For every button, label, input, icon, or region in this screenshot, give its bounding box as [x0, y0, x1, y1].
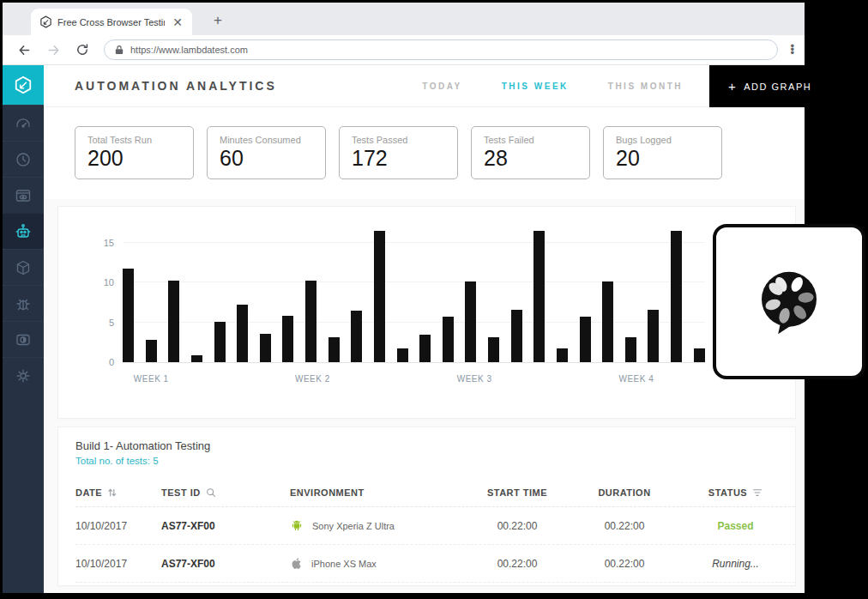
stat-label: Tests Failed	[484, 135, 577, 145]
forward-icon[interactable]	[44, 40, 63, 59]
sidebar-item-issues[interactable]	[3, 285, 44, 321]
tab-close-icon[interactable]: ✕	[170, 15, 185, 29]
bar[interactable]	[123, 269, 134, 362]
cucumber-framework-card	[713, 224, 865, 379]
bar[interactable]	[511, 310, 522, 362]
browser-tab[interactable]: Free Cross Browser Testing Clou ✕	[31, 9, 192, 35]
build-total-tests[interactable]: Total no. of tests: 5	[75, 456, 795, 466]
page-header: AUTOMATION ANALYTICS TODAYTHIS WEEKTHIS …	[44, 65, 805, 107]
lt-browser-icon	[15, 331, 32, 348]
add-graph-label: ADD GRAPH	[744, 82, 811, 92]
bar[interactable]	[488, 337, 499, 362]
col-date[interactable]: DATE	[75, 487, 102, 498]
device-name: iPhone XS Max	[311, 559, 377, 569]
table-row[interactable]: 10/10/2017AS77-XF00iPhone XS Max00.22:00…	[75, 545, 795, 583]
bar[interactable]	[602, 281, 613, 362]
sort-icon[interactable]	[107, 487, 117, 498]
bar[interactable]	[329, 337, 340, 362]
bar[interactable]	[580, 317, 591, 362]
page-body: 051015WEEK 1WEEK 2WEEK 3WEEK 4 Build 1- …	[44, 199, 805, 593]
sidebar-item-screenshot[interactable]	[3, 177, 44, 213]
bar[interactable]	[168, 281, 179, 362]
sidebar-item-packages[interactable]	[3, 249, 44, 285]
issue-tracker-bug-icon	[15, 295, 32, 312]
reload-icon[interactable]	[73, 40, 92, 59]
lambdatest-logo[interactable]	[3, 65, 44, 105]
week-label: WEEK 3	[457, 374, 492, 384]
packages-cube-icon	[15, 259, 32, 276]
screenshot-browser-icon	[15, 187, 32, 204]
bar[interactable]	[305, 281, 316, 362]
bar[interactable]	[694, 348, 705, 362]
status-badge: Running...	[676, 558, 795, 570]
y-tick-label: 15	[93, 238, 114, 248]
bar[interactable]	[419, 335, 431, 362]
sidebar-item-settings[interactable]	[3, 357, 44, 393]
table-body: 10/10/2017AS77-XF00Sony Xperia Z Ultra00…	[75, 507, 795, 583]
col-test-id[interactable]: TEST ID	[161, 487, 201, 498]
tab-today[interactable]: TODAY	[422, 82, 461, 91]
bar[interactable]	[533, 231, 545, 362]
tests-bar-chart: 051015WEEK 1WEEK 2WEEK 3WEEK 4	[57, 206, 796, 419]
table-row[interactable]: 10/10/2017AS77-XF00Sony Xperia Z Ultra00…	[75, 507, 795, 545]
settings-gear-icon	[15, 367, 32, 384]
device-name: Sony Xperia Z Ultra	[312, 521, 395, 531]
bar[interactable]	[237, 305, 248, 362]
tab-this-month[interactable]: THIS MONTH	[608, 82, 683, 91]
back-icon[interactable]	[15, 40, 33, 59]
week-label: WEEK 1	[134, 374, 169, 384]
sidebar-item-dashboard[interactable]	[3, 105, 44, 141]
tab-this-week[interactable]: THIS WEEK	[502, 82, 569, 91]
bar[interactable]	[351, 311, 362, 362]
week-label: WEEK 4	[618, 374, 654, 384]
sidebar-item-automation[interactable]	[3, 213, 44, 249]
stat-label: Minutes Consumed	[220, 135, 313, 145]
build-table-panel: Build 1- Automation Testing Total no. of…	[57, 427, 796, 586]
sidebar-item-realtime[interactable]	[3, 141, 44, 177]
bar[interactable]	[443, 317, 454, 362]
lambdatest-favicon	[39, 15, 52, 28]
bar[interactable]	[465, 281, 476, 362]
cell-start-time: 00.22:00	[461, 520, 573, 532]
bar[interactable]	[648, 310, 659, 362]
col-start-time[interactable]: START TIME	[487, 487, 547, 498]
bar[interactable]	[214, 322, 226, 362]
table-header-row: DATE TEST ID ENVIRONMENT START TIME DURA…	[75, 478, 795, 507]
url-text: https://www.lambdatest.com	[130, 45, 248, 55]
browser-menu-icon[interactable]: •••	[787, 45, 798, 55]
bar[interactable]	[625, 337, 636, 362]
bar[interactable]	[191, 355, 202, 362]
cell-date: 10/10/2017	[75, 558, 161, 570]
stat-label: Bugs Logged	[616, 135, 709, 145]
new-tab-icon[interactable]: +	[207, 10, 229, 31]
bar[interactable]	[146, 340, 157, 362]
stat-card-total-tests-run: Total Tests Run200	[75, 126, 194, 179]
cell-environment: Sony Xperia Z Ultra	[290, 518, 461, 533]
stat-value: 20	[616, 146, 709, 171]
lock-icon	[115, 45, 124, 55]
status-filter-icon[interactable]	[752, 488, 763, 497]
bar[interactable]	[671, 231, 682, 362]
cell-test-id: AS77-XF00	[161, 558, 290, 570]
build-title: Build 1- Automation Testing	[75, 439, 795, 452]
browser-tab-strip: Free Cross Browser Testing Clou ✕ +	[3, 3, 805, 35]
y-tick-label: 0	[93, 357, 114, 367]
url-bar[interactable]: https://www.lambdatest.com	[104, 39, 778, 60]
bar[interactable]	[557, 348, 568, 362]
apple-icon	[290, 556, 303, 571]
add-graph-button[interactable]: + ADD GRAPH	[709, 65, 868, 107]
stat-value: 200	[87, 146, 181, 171]
search-icon[interactable]	[206, 487, 216, 498]
col-status[interactable]: STATUS	[708, 487, 747, 498]
bar[interactable]	[282, 316, 293, 362]
bar[interactable]	[260, 334, 271, 362]
cucumber-logo-icon	[748, 261, 830, 343]
android-icon	[290, 518, 304, 533]
bar[interactable]	[374, 231, 385, 362]
cell-environment: iPhone XS Max	[290, 556, 461, 571]
col-environment[interactable]: ENVIRONMENT	[290, 487, 365, 498]
col-duration[interactable]: DURATION	[598, 487, 650, 498]
y-tick-label: 10	[93, 277, 114, 287]
sidebar-item-lt-browser[interactable]	[3, 321, 44, 357]
bar[interactable]	[397, 348, 408, 362]
